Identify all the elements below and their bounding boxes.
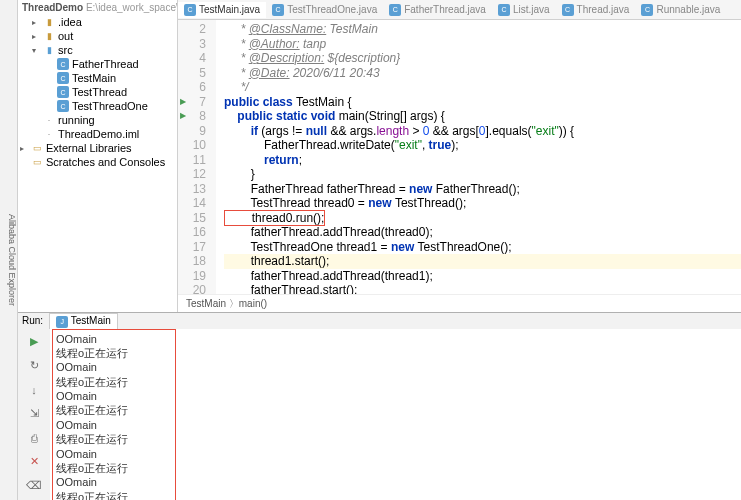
tree-row[interactable]: CTestThread	[18, 85, 177, 99]
java-icon: J	[56, 316, 68, 328]
code-line[interactable]: FatherThread.writeDate("exit", true);	[224, 138, 741, 153]
line-number: 20	[178, 283, 206, 294]
tree-row[interactable]: ▭Scratches and Consoles	[18, 155, 177, 169]
code-line[interactable]: }	[224, 167, 741, 182]
editor-tab[interactable]: CList.java	[492, 2, 556, 18]
console-line: 线程o正在运行	[56, 432, 735, 446]
code-line[interactable]: FatherThread fatherThread = new FatherTh…	[224, 182, 741, 197]
line-number: 12	[178, 167, 206, 182]
code-line[interactable]: * @Description: ${description}	[224, 51, 741, 66]
chevron-icon: ▾	[32, 46, 40, 55]
line-number: 2	[178, 22, 206, 37]
tab-label: FatherThread.java	[404, 4, 486, 15]
folder-b-icon: ▮	[43, 44, 55, 56]
tree-row[interactable]: ▾▮src	[18, 43, 177, 57]
file-x-icon: ·	[43, 114, 55, 126]
line-number: 3	[178, 37, 206, 52]
run-panel: Run: J TestMain ▶↻↓⇲⎙✕⌫? OOmain线程o正在运行OO…	[18, 312, 741, 500]
code-line[interactable]: * @Author: tanp	[224, 37, 741, 52]
tree-label: External Libraries	[46, 142, 132, 154]
run-gutter-icon[interactable]: ▶	[180, 109, 186, 124]
tab-label: TestMain.java	[199, 4, 260, 15]
code-line[interactable]: if (args != null && args.length > 0 && a…	[224, 124, 741, 139]
project-root-name: ThreadDemo	[22, 2, 83, 13]
code-line[interactable]: * @Date: 2020/6/11 20:43	[224, 66, 741, 81]
tree-row[interactable]: ·running	[18, 113, 177, 127]
line-number: 4	[178, 51, 206, 66]
run-icon[interactable]: ▶	[25, 333, 43, 351]
tree-label: FatherThread	[72, 58, 139, 70]
line-number: 10	[178, 138, 206, 153]
code-editor[interactable]: 234567▶8▶9101112131415161718192021 * @Cl…	[178, 20, 741, 294]
console-line: OOmain	[56, 389, 735, 403]
code-line[interactable]: thread1.start();	[224, 254, 741, 269]
line-number: 19	[178, 269, 206, 284]
lib-ico-icon: ▭	[31, 142, 43, 154]
code-line[interactable]: thread0.run();	[224, 211, 741, 226]
line-number: 9	[178, 124, 206, 139]
clear-icon[interactable]: ⌫	[25, 477, 43, 495]
line-number: 18	[178, 254, 206, 269]
java-icon: C	[562, 4, 574, 16]
code-body[interactable]: * @ClassName: TestMain * @Author: tanp *…	[216, 20, 741, 294]
editor-tab[interactable]: CFatherThread.java	[383, 2, 492, 18]
line-number: 11	[178, 153, 206, 168]
tree-row[interactable]: CFatherThread	[18, 57, 177, 71]
code-line[interactable]: TestThread thread0 = new TestThread();	[224, 196, 741, 211]
print-icon[interactable]: ⎙	[25, 429, 43, 447]
java-icon: C	[184, 4, 196, 16]
file-j-icon: C	[57, 100, 69, 112]
code-line[interactable]: public class TestMain {	[224, 95, 741, 110]
editor-tab[interactable]: CThread.java	[556, 2, 636, 18]
tree-row[interactable]: ▸▮.idea	[18, 15, 177, 29]
editor-tab[interactable]: CTestThreadOne.java	[266, 2, 383, 18]
breadcrumb-bar[interactable]: TestMain 〉main()	[178, 294, 741, 312]
run-gutter-icon[interactable]: ▶	[180, 95, 186, 110]
editor-tabs: CTestMain.javaCTestThreadOne.javaCFather…	[178, 0, 741, 20]
folder-o-icon: ▮	[43, 16, 55, 28]
editor-area: CTestMain.javaCTestThreadOne.javaCFather…	[178, 0, 741, 312]
project-root-crumb[interactable]: ThreadDemo E:\idea_work_space\study	[18, 0, 177, 15]
rail-explorer[interactable]: Alibaba Cloud Explorer	[7, 20, 17, 500]
code-line[interactable]: fatherThread.addThread(thread0);	[224, 225, 741, 240]
tab-label: Runnable.java	[656, 4, 720, 15]
console-line: OOmain	[56, 475, 735, 489]
console-output[interactable]: OOmain线程o正在运行OOmain线程o正在运行OOmain线程o正在运行O…	[50, 329, 741, 501]
line-number: 7▶	[178, 95, 206, 110]
tree-row[interactable]: CTestThreadOne	[18, 99, 177, 113]
tree-row[interactable]: ·ThreadDemo.iml	[18, 127, 177, 141]
tree-label: ThreadDemo.iml	[58, 128, 139, 140]
project-panel: ThreadDemo E:\idea_work_space\study ▸▮.i…	[18, 0, 178, 312]
down-icon[interactable]: ↓	[25, 381, 43, 399]
rerun-icon[interactable]: ↻	[25, 357, 43, 375]
left-tool-rail[interactable]: Alibaba Cloud Explorer	[0, 0, 18, 500]
export-icon[interactable]: ⇲	[25, 405, 43, 423]
java-icon: C	[641, 4, 653, 16]
tree-row[interactable]: ▸▭External Libraries	[18, 141, 177, 155]
run-config-tab[interactable]: J TestMain	[49, 313, 118, 329]
code-line[interactable]: TestThreadOne thread1 = new TestThreadOn…	[224, 240, 741, 255]
editor-tab[interactable]: CRunnable.java	[635, 2, 726, 18]
code-line[interactable]: return;	[224, 153, 741, 168]
code-line[interactable]: fatherThread.start();	[224, 283, 741, 294]
stop-icon[interactable]: ✕	[25, 453, 43, 471]
java-icon: C	[389, 4, 401, 16]
tree-label: Scratches and Consoles	[46, 156, 165, 168]
code-line[interactable]: fatherThread.addThread(thread1);	[224, 269, 741, 284]
console-line: 线程o正在运行	[56, 403, 735, 417]
console-line: OOmain	[56, 332, 735, 346]
code-line[interactable]: */	[224, 80, 741, 95]
console-line: 线程o正在运行	[56, 461, 735, 475]
editor-tab[interactable]: CTestMain.java	[178, 2, 266, 18]
code-line[interactable]: public static void main(String[] args) {	[224, 109, 741, 124]
line-number: 14	[178, 196, 206, 211]
run-header: Run: J TestMain	[18, 313, 741, 329]
tree-row[interactable]: ▸▮out	[18, 29, 177, 43]
tree-label: TestThread	[72, 86, 127, 98]
tree-label: .idea	[58, 16, 82, 28]
highlight-box: thread0.run();	[224, 210, 325, 226]
tree-label: running	[58, 114, 95, 126]
console-line: OOmain	[56, 418, 735, 432]
code-line[interactable]: * @ClassName: TestMain	[224, 22, 741, 37]
tree-row[interactable]: CTestMain	[18, 71, 177, 85]
